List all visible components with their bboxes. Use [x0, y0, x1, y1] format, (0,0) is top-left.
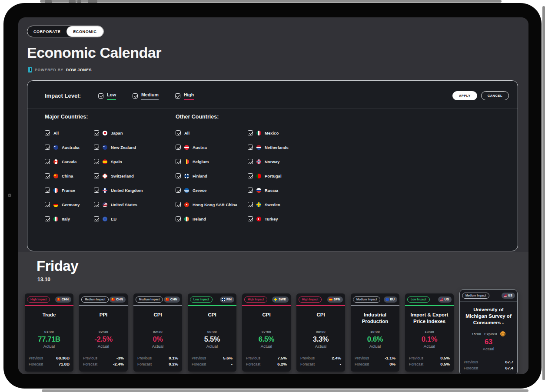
- country-russia[interactable]: Russia: [248, 187, 278, 194]
- country-sweden[interactable]: Sweden: [248, 201, 280, 208]
- impact-line: [242, 305, 291, 306]
- impact-medium-checkbox[interactable]: Medium: [133, 92, 159, 100]
- checkbox-checked-icon[interactable]: [45, 188, 50, 193]
- apply-button[interactable]: APPLY: [452, 91, 477, 100]
- previous-value: 67.7: [505, 359, 514, 364]
- flag-united-kingdom-icon: [103, 188, 107, 193]
- country-ireland[interactable]: Ireland: [176, 215, 206, 222]
- event-card-ppi-chn[interactable]: Medium ImpactCHN PPI 02:30-2.5%Actual Pr…: [79, 293, 128, 372]
- checkbox-checked-icon[interactable]: [248, 173, 253, 178]
- checkbox-checked-icon[interactable]: [94, 159, 99, 164]
- checkbox-checked-icon[interactable]: [176, 216, 181, 221]
- country-mexico[interactable]: Mexico: [248, 129, 279, 136]
- tab-economic[interactable]: ECONOMIC: [66, 26, 103, 37]
- event-cards-row: High ImpactCHN Trade 01:0077.71BActual P…: [25, 289, 518, 374]
- checkbox-checked-icon[interactable]: [176, 188, 181, 193]
- impact-line: [79, 305, 128, 306]
- country-australia[interactable]: Australia: [45, 144, 80, 151]
- checkbox-checked-icon[interactable]: [175, 93, 180, 99]
- event-card-cpi-spn[interactable]: High ImpactSPN CPI 08:003.3%Actual Previ…: [296, 293, 345, 372]
- event-card-cpi-fin[interactable]: Low ImpactFIN CPI 06:005.5%Actual Previo…: [188, 293, 236, 372]
- event-card-industrial-production-eu[interactable]: Medium ImpactEU Industrial Production 10…: [351, 293, 399, 372]
- checkbox-checked-icon[interactable]: [94, 216, 99, 221]
- checkbox-checked-icon[interactable]: [176, 202, 181, 207]
- country-united-kingdom[interactable]: United Kingdom: [94, 187, 143, 194]
- country-turkey[interactable]: Turkey: [248, 215, 278, 222]
- country-austria[interactable]: Austria: [176, 144, 207, 151]
- checkbox-checked-icon[interactable]: [248, 188, 253, 193]
- forecast-label: Forecast: [192, 362, 206, 366]
- checkbox-checked-icon[interactable]: [45, 145, 50, 150]
- checkbox-checked-icon[interactable]: [248, 145, 253, 150]
- checkbox-checked-icon[interactable]: [45, 202, 50, 207]
- checkbox-checked-icon[interactable]: [94, 173, 99, 178]
- device-right-edge: [542, 6, 545, 380]
- country-china[interactable]: China: [45, 172, 73, 179]
- impact-line: [188, 305, 236, 306]
- tab-corporate[interactable]: CORPORATE: [27, 26, 66, 37]
- event-card-michigan-survey-us[interactable]: Medium ImpactUS University of Michigan S…: [459, 289, 518, 374]
- event-time: 01:00: [25, 330, 73, 334]
- flag-united-states-icon: [103, 202, 107, 207]
- country-hong-kong[interactable]: Hong Kong SAR China: [176, 201, 237, 208]
- checkbox-checked-icon[interactable]: [45, 159, 50, 164]
- checkbox-checked-icon[interactable]: [94, 202, 99, 207]
- event-card-import-export-us[interactable]: Low ImpactUS Import & Export Price Index…: [405, 293, 454, 372]
- country-japan[interactable]: Japan: [94, 129, 123, 136]
- checkbox-checked-icon[interactable]: [176, 145, 181, 150]
- flag-norway-icon: [256, 159, 261, 164]
- actual-label: Actual: [351, 344, 399, 349]
- checkbox-checked-icon[interactable]: [176, 159, 181, 164]
- country-germany[interactable]: Germany: [45, 201, 80, 208]
- checkbox-checked-icon[interactable]: [45, 216, 50, 221]
- checkbox-checked-icon[interactable]: [94, 130, 99, 135]
- checkbox-checked-icon[interactable]: [248, 216, 253, 221]
- country-switzerland[interactable]: Switzerland: [94, 172, 134, 179]
- country-finland[interactable]: Finland: [176, 172, 207, 179]
- country-united-states[interactable]: United States: [94, 201, 137, 208]
- country-all-other[interactable]: All: [176, 129, 189, 136]
- country-all-major[interactable]: All: [45, 129, 59, 136]
- country-greece[interactable]: Greece: [176, 187, 206, 194]
- previous-value: -1.1%: [385, 356, 395, 360]
- checkbox-checked-icon[interactable]: [94, 145, 99, 150]
- event-title: CPI: [242, 312, 291, 318]
- flag-mexico-icon: [256, 131, 261, 135]
- checkbox-checked-icon[interactable]: [45, 130, 50, 135]
- checkbox-checked-icon[interactable]: [248, 159, 253, 164]
- checkbox-checked-icon[interactable]: [176, 130, 181, 135]
- previous-label: Previous: [300, 356, 315, 360]
- previous-value: 7.5%: [277, 356, 287, 360]
- flag-portugal-icon: [256, 174, 261, 178]
- country-france[interactable]: France: [45, 187, 75, 194]
- country-new-zealand[interactable]: New Zealand: [94, 144, 136, 151]
- country-canada[interactable]: Canada: [45, 158, 76, 165]
- checkbox-checked-icon[interactable]: [45, 173, 50, 178]
- event-card-trade-chn[interactable]: High ImpactCHN Trade 01:0077.71BActual P…: [25, 293, 73, 372]
- flag-united-states-icon: [503, 294, 507, 297]
- previous-label: Previous: [83, 356, 97, 360]
- checkbox-checked-icon[interactable]: [133, 93, 138, 99]
- forecast-value: -: [231, 362, 233, 366]
- country-netherlands[interactable]: Netherlands: [248, 144, 289, 151]
- checkbox-checked-icon[interactable]: [94, 188, 99, 193]
- country-italy[interactable]: Italy: [45, 215, 70, 222]
- event-card-cpi-swe[interactable]: High ImpactSWE CPI 07:006.5%Actual Previ…: [242, 293, 291, 372]
- country-portugal[interactable]: Portugal: [248, 172, 282, 179]
- impact-low-checkbox[interactable]: Low: [98, 92, 116, 100]
- checkbox-checked-icon[interactable]: [176, 173, 181, 178]
- country-eu[interactable]: EU: [94, 215, 116, 222]
- checkbox-checked-icon[interactable]: [248, 202, 253, 207]
- checkbox-checked-icon[interactable]: [248, 130, 253, 135]
- forecast-label: Forecast: [29, 362, 43, 366]
- checkbox-checked-icon[interactable]: [98, 93, 103, 99]
- event-time: 02:30: [79, 330, 128, 334]
- impact-high-checkbox[interactable]: High: [175, 92, 194, 100]
- event-card-cpi-chn[interactable]: Medium ImpactCHN CPI 02:300%Actual Previ…: [133, 293, 182, 372]
- previous-value: 68.36B: [56, 356, 70, 360]
- country-norway[interactable]: Norway: [248, 158, 279, 165]
- cancel-button[interactable]: CANCEL: [481, 91, 509, 100]
- country-spain[interactable]: Spain: [94, 158, 122, 165]
- flag-spain-icon: [329, 298, 332, 301]
- country-belgium[interactable]: Belgium: [176, 158, 209, 165]
